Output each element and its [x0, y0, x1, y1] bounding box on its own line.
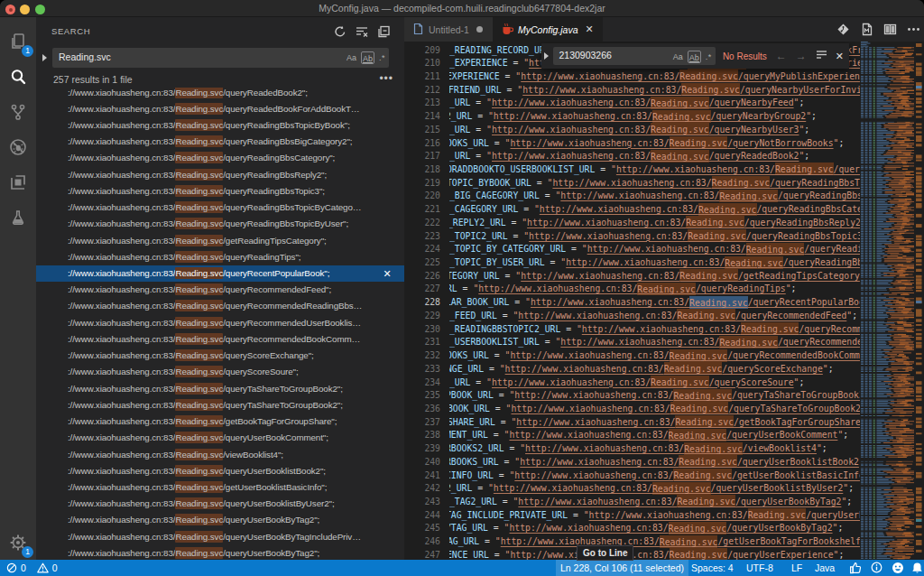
minimap[interactable] — [860, 42, 914, 560]
close-tab-icon[interactable]: ✕ — [586, 23, 594, 35]
activity-bar-item-settings[interactable]: 1 — [0, 525, 36, 560]
whole-word-icon[interactable]: Ab — [361, 51, 374, 64]
tab-untitled-1[interactable]: Untitled-1 — [404, 17, 493, 42]
refresh-icon[interactable] — [334, 25, 348, 40]
search-result-row[interactable]: ://www.xiaohuasheng.cn:83/Reading.svc/qu… — [36, 216, 404, 232]
dismiss-result-icon[interactable]: ✕ — [381, 267, 393, 280]
clear-search-results-icon[interactable] — [356, 25, 370, 40]
toggle-replace-icon[interactable] — [541, 43, 551, 69]
search-result-row[interactable]: ://www.xiaohuasheng.cn:83/Reading.svc/vi… — [36, 447, 404, 463]
search-result-row[interactable]: ://www.xiaohuasheng.cn:83/Reading.svc/qu… — [36, 150, 404, 166]
search-result-row[interactable]: ://www.xiaohuasheng.cn:83/Reading.svc/qu… — [36, 364, 404, 380]
more-actions-icon[interactable] — [907, 23, 920, 36]
search-result-row[interactable]: ://www.xiaohuasheng.cn:83/Reading.svc/qu… — [36, 545, 404, 560]
line-number: 230 — [404, 323, 440, 337]
find-input[interactable]: 2130903266 Aa Ab .* — [553, 47, 715, 65]
line-number: 224 — [404, 243, 440, 256]
code-line: RBOOKS2_URL = "http://www.xiaohuasheng.c… — [449, 442, 827, 456]
code-line: YTAG_URL = "http://www.xiaohuasheng.cn:8… — [449, 522, 843, 535]
close-find-widget-icon[interactable]: ✕ — [836, 51, 844, 62]
activity-bar-item-extensions[interactable] — [0, 164, 36, 200]
thumbsup-icon[interactable] — [849, 562, 862, 576]
search-result-row[interactable]: ://www.xiaohuasheng.cn:83/Reading.svc/ge… — [36, 413, 404, 430]
errors-count: 0 — [21, 560, 26, 576]
search-result-row[interactable]: ://www.xiaohuasheng.cn:83/Reading.svc/qu… — [36, 298, 404, 314]
search-result-row[interactable]: ://www.xiaohuasheng.cn:83/Reading.svc/qu… — [36, 512, 404, 528]
indentation-status[interactable]: Spaces: 4 — [691, 560, 734, 576]
search-result-row[interactable]: ://www.xiaohuasheng.cn:83/Reading.svc/qu… — [36, 167, 404, 183]
search-result-row[interactable]: ://www.xiaohuasheng.cn:83/Reading.svc/ge… — [36, 479, 404, 496]
collapse-all-icon[interactable] — [377, 25, 392, 40]
search-result-row[interactable]: ://www.xiaohuasheng.cn:83/Reading.svc/qu… — [36, 348, 404, 364]
activity-bar-item-flask[interactable] — [0, 200, 36, 235]
search-result-row[interactable]: ://www.xiaohuasheng.cn:83/Reading.svc/qu… — [36, 183, 404, 200]
language-status[interactable]: Java — [815, 560, 835, 576]
search-result-row[interactable]: ://www.xiaohuasheng.cn:83/Reading.svc/qu… — [36, 331, 404, 348]
toggle-search-details-icon[interactable]: ••• — [379, 72, 393, 85]
encoding-status[interactable]: UTF-8 — [746, 560, 773, 576]
activity-bar-item-debug[interactable] — [0, 129, 36, 164]
search-result-row[interactable]: ://www.xiaohuasheng.cn:83/Reading.svc/qu… — [36, 430, 404, 446]
cursor-position-status[interactable]: Ln 228, Col 106 (11 selected) — [556, 560, 688, 576]
match-case-icon[interactable]: Aa — [346, 51, 356, 64]
line-number: 244 — [404, 509, 440, 523]
info-icon[interactable] — [871, 562, 882, 576]
search-result-row[interactable]: ://www.xiaohuasheng.cn:83/Reading.svc/qu… — [36, 117, 404, 134]
window-title: MyConfig.java — decompiled-com.huili.rea… — [0, 0, 924, 17]
modified-dot-icon[interactable] — [476, 26, 483, 33]
result-text: ://www.xiaohuasheng.cn:83/Reading.svc/qu… — [68, 283, 331, 295]
search-result-row[interactable]: ://www.xiaohuasheng.cn:83/Reading.svc/qu… — [36, 200, 404, 216]
problems-status[interactable]: 00 — [6, 560, 58, 576]
activity-bar-item-explorer[interactable]: 1 — [0, 23, 36, 59]
line-number: 225 — [404, 256, 440, 270]
activity-bar-item-search[interactable] — [0, 59, 36, 94]
search-sidebar: SEARCH Reading.svc Aa Ab .* 257 results … — [36, 17, 404, 560]
line-number: 237 — [404, 416, 440, 430]
toggle-replace-button[interactable] — [38, 49, 51, 67]
open-changes-icon[interactable] — [836, 23, 850, 36]
search-result-row[interactable]: ://www.xiaohuasheng.cn:83/Reading.svc/qu… — [36, 249, 404, 265]
open-preview-icon[interactable] — [860, 23, 873, 36]
regex-icon[interactable]: .* — [379, 51, 385, 64]
code-editor[interactable]: 2092102112122132142152162172182192202212… — [404, 42, 924, 560]
next-match-icon[interactable]: → — [796, 50, 807, 62]
search-result-row[interactable]: ://www.xiaohuasheng.cn:83/Reading.svc/qu… — [36, 529, 404, 545]
tab-myconfig-java[interactable]: MyConfig.java ✕ — [493, 17, 603, 42]
search-result-row[interactable]: ://www.xiaohuasheng.cn:83/Reading.svc/qu… — [36, 88, 404, 101]
code-line: MENT_URL = "http://www.xiaohuasheng.cn:8… — [449, 429, 848, 442]
editor-actions — [836, 17, 920, 42]
search-result-row[interactable]: ://www.xiaohuasheng.cn:83/Reading.svc/qu… — [36, 463, 404, 479]
search-result-row[interactable]: ://www.xiaohuasheng.cn:83/Reading.svc/qu… — [36, 134, 404, 150]
editor-match-highlight: Reading.svc — [651, 376, 709, 388]
search-result-row[interactable]: ://www.xiaohuasheng.cn:83/Reading.svc/ge… — [36, 233, 404, 249]
eol-status[interactable]: LF — [791, 560, 802, 576]
search-result-row[interactable]: ://www.xiaohuasheng.cn:83/Reading.svc/qu… — [36, 101, 404, 117]
search-result-row[interactable]: ://www.xiaohuasheng.cn:83/Reading.svc/qu… — [36, 265, 404, 282]
line-number: 227 — [404, 283, 440, 296]
find-in-selection-icon[interactable] — [816, 48, 827, 64]
match-highlight: Reading.svc — [175, 514, 223, 525]
previous-match-icon[interactable]: ← — [776, 50, 787, 62]
title-bar[interactable]: MyConfig.java — decompiled-com.huili.rea… — [0, 0, 924, 17]
notifications-bell-icon[interactable] — [911, 562, 923, 576]
feedback-smiley-icon[interactable] — [892, 562, 904, 576]
search-result-row[interactable]: ://www.xiaohuasheng.cn:83/Reading.svc/qu… — [36, 315, 404, 331]
search-result-row[interactable]: ://www.xiaohuasheng.cn:83/Reading.svc/qu… — [36, 381, 404, 397]
editor-match-highlight: Reading.svc — [719, 336, 778, 348]
editor-match-highlight: Reading.svc — [679, 269, 738, 282]
whole-word-icon[interactable]: Ab — [688, 51, 701, 63]
code-line: PBOOK_URL = "http://www.xiaohuasheng.cn:… — [449, 389, 860, 403]
result-text: ://www.xiaohuasheng.cn:83/Reading.svc/qu… — [68, 366, 299, 377]
search-result-row[interactable]: ://www.xiaohuasheng.cn:83/Reading.svc/qu… — [36, 397, 404, 413]
result-text: ://www.xiaohuasheng.cn:83/Reading.svc/qu… — [68, 218, 348, 229]
match-highlight: Reading.svc — [175, 497, 223, 509]
activity-bar-item-scm[interactable] — [0, 94, 36, 129]
regex-icon[interactable]: .* — [706, 51, 712, 63]
overview-ruler[interactable] — [914, 42, 924, 560]
match-case-icon[interactable]: Aa — [673, 51, 683, 63]
result-text: ://www.xiaohuasheng.cn:83/Reading.svc/qu… — [68, 169, 327, 181]
search-input[interactable]: Reading.svc Aa Ab .* — [52, 48, 389, 68]
search-result-row[interactable]: ://www.xiaohuasheng.cn:83/Reading.svc/qu… — [36, 496, 404, 512]
search-result-row[interactable]: ://www.xiaohuasheng.cn:83/Reading.svc/qu… — [36, 282, 404, 298]
split-editor-icon[interactable] — [883, 23, 897, 36]
